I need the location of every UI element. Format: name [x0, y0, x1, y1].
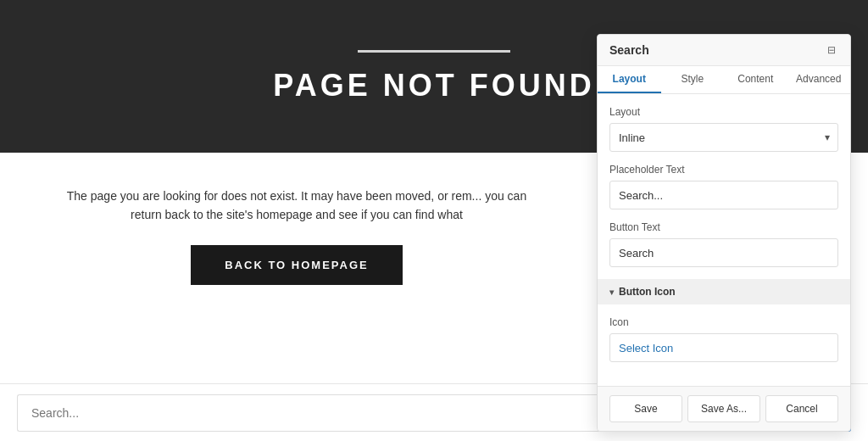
panel-title: Search — [609, 43, 649, 57]
cancel-button[interactable]: Cancel — [765, 395, 838, 422]
placeholder-text-input[interactable] — [609, 181, 838, 209]
panel-footer: Save Save As... Cancel — [598, 386, 850, 431]
button-text-label: Button Text — [609, 221, 838, 233]
hero-line-decoration — [358, 50, 510, 53]
placeholder-text-label: Placeholder Text — [609, 164, 838, 176]
layout-field-group: Layout Inline Block Full Width ▾ — [609, 106, 838, 152]
content-section: The page you are looking for does not ex… — [0, 153, 593, 302]
save-button[interactable]: Save — [609, 395, 682, 422]
tab-content[interactable]: Content — [724, 66, 787, 93]
button-text-input[interactable] — [609, 238, 838, 267]
back-to-homepage-button[interactable]: BACK TO HOMEPAGE — [191, 245, 402, 285]
select-icon-button[interactable]: Select Icon — [609, 333, 838, 362]
search-widget-panel: Search ⊟ Layout Style Content Advanced L… — [597, 34, 851, 432]
tab-style[interactable]: Style — [661, 66, 725, 93]
placeholder-text-field-group: Placeholder Text — [609, 164, 838, 209]
icon-label: Icon — [609, 316, 838, 328]
button-text-field-group: Button Text — [609, 221, 838, 267]
tab-layout[interactable]: Layout — [598, 66, 661, 93]
layout-select-wrapper: Inline Block Full Width ▾ — [609, 123, 838, 152]
icon-field-group: Icon Select Icon — [609, 316, 838, 362]
tab-advanced[interactable]: Advanced — [787, 66, 851, 93]
layout-select[interactable]: Inline Block Full Width — [609, 123, 838, 152]
button-icon-section-header[interactable]: ▾ Button Icon — [598, 279, 850, 304]
layout-label: Layout — [609, 106, 838, 118]
panel-collapse-icon[interactable]: ⊟ — [825, 43, 838, 57]
panel-header: Search ⊟ — [598, 35, 850, 66]
panel-body: Layout Inline Block Full Width ▾ Placeho… — [598, 94, 850, 386]
hero-title: PAGE NOT FOUND — [273, 68, 594, 103]
content-description: The page you are looking for does not ex… — [51, 187, 542, 225]
button-icon-section-label: Button Icon — [619, 286, 676, 298]
button-icon-chevron: ▾ — [609, 287, 614, 297]
page-background: PAGE NOT FOUND The page you are looking … — [0, 0, 868, 441]
select-icon-link[interactable]: Select Icon — [619, 342, 673, 354]
save-as-button[interactable]: Save As... — [687, 395, 760, 422]
panel-tabs: Layout Style Content Advanced — [598, 66, 850, 94]
